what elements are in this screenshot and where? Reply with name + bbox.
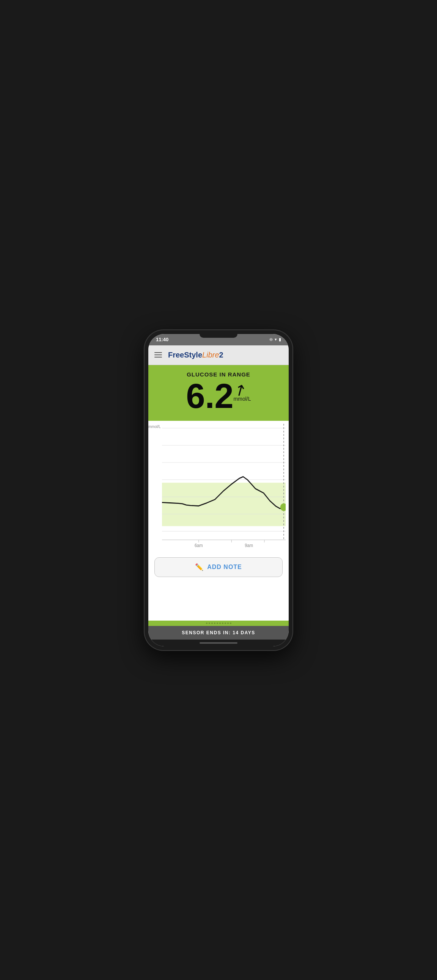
sensor-dot bbox=[230, 622, 231, 624]
app-header: FreeStyle Libre 2 bbox=[148, 345, 289, 365]
status-icons: ⊖ ▾ ▮ bbox=[270, 337, 281, 342]
chart-y-axis-label: mmol/L bbox=[148, 425, 161, 429]
sensor-dot bbox=[211, 622, 213, 624]
do-not-disturb-icon: ⊖ bbox=[270, 337, 273, 342]
status-time: 11:40 bbox=[156, 337, 168, 342]
sensor-dot bbox=[225, 622, 226, 624]
phone-notch bbox=[199, 334, 238, 338]
battery-icon: ▮ bbox=[279, 337, 281, 342]
add-note-label: ADD NOTE bbox=[207, 564, 242, 571]
glucose-arrow-unit: ↗ mmol/L bbox=[234, 379, 251, 402]
wifi-icon: ▾ bbox=[274, 337, 277, 342]
sensor-footer-text: SENSOR ENDS IN: 14 DAYS bbox=[182, 630, 255, 635]
sensor-dot bbox=[219, 622, 221, 624]
hamburger-line-2 bbox=[155, 355, 162, 355]
hamburger-line-3 bbox=[155, 357, 162, 358]
glucose-label: GLUCOSE IN RANGE bbox=[156, 371, 281, 378]
sensor-dot bbox=[206, 622, 207, 624]
glucose-value: 6.2 bbox=[186, 379, 233, 413]
in-range-band bbox=[162, 483, 285, 526]
chart-area: mmol/L 21 bbox=[148, 421, 289, 620]
home-indicator bbox=[148, 640, 289, 646]
pencil-icon: ✏️ bbox=[195, 563, 203, 571]
sensor-dot bbox=[209, 622, 210, 624]
phone-frame: 11:40 ⊖ ▾ ▮ FreeStyle Libre 2 GLUCOSE IN… bbox=[145, 330, 292, 650]
hamburger-line-1 bbox=[155, 352, 162, 353]
current-reading-dot bbox=[281, 503, 285, 510]
logo-freestyle: FreeStyle bbox=[168, 351, 202, 360]
home-bar bbox=[199, 642, 238, 644]
bottom-section: ✏️ ADD NOTE bbox=[148, 553, 289, 581]
glucose-value-row: 6.2 ↗ mmol/L bbox=[156, 379, 281, 413]
glucose-chart: 21 18 15 12 9 6 3 6am 9am bbox=[162, 424, 285, 553]
sensor-dot bbox=[217, 622, 218, 624]
sensor-strip-dots bbox=[206, 622, 231, 624]
chart-container: mmol/L 21 bbox=[148, 424, 289, 553]
sensor-footer: SENSOR ENDS IN: 14 DAYS bbox=[148, 626, 289, 640]
logo-libre: Libre bbox=[202, 351, 219, 360]
logo-2: 2 bbox=[219, 351, 223, 360]
sensor-dot bbox=[227, 622, 229, 624]
glucose-banner: GLUCOSE IN RANGE 6.2 ↗ mmol/L bbox=[148, 365, 289, 421]
add-note-button[interactable]: ✏️ ADD NOTE bbox=[155, 557, 282, 577]
app-logo: FreeStyle Libre 2 bbox=[168, 351, 223, 360]
x-label-6am: 6am bbox=[195, 542, 203, 548]
sensor-dot bbox=[214, 622, 215, 624]
sensor-strip bbox=[148, 620, 289, 626]
menu-button[interactable] bbox=[155, 352, 162, 358]
phone-screen: 11:40 ⊖ ▾ ▮ FreeStyle Libre 2 GLUCOSE IN… bbox=[148, 334, 289, 646]
sensor-dot bbox=[222, 622, 223, 624]
x-label-9am: 9am bbox=[245, 542, 253, 548]
